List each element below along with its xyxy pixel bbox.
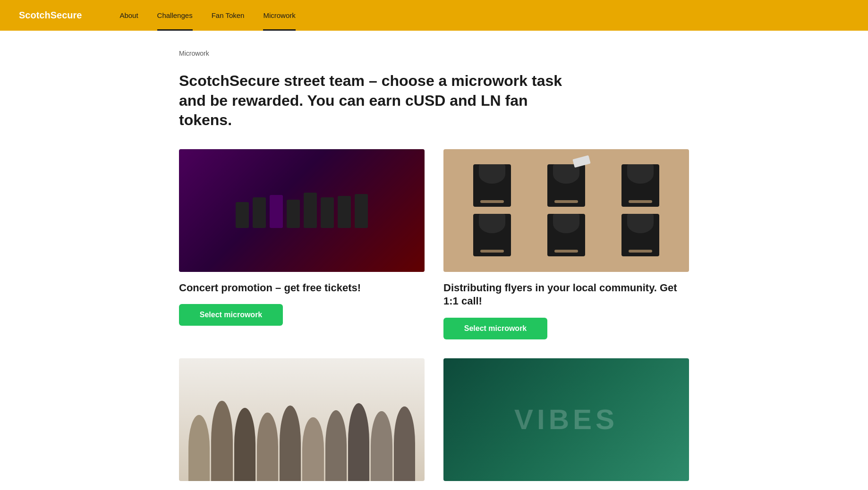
nav-item-challenges[interactable]: Challenges bbox=[148, 0, 202, 31]
card-vibes-image bbox=[443, 358, 689, 481]
cards-grid: Concert promotion – get free tickets! Se… bbox=[179, 149, 689, 490]
card-vibes: Social media promotion – share and tag u… bbox=[443, 358, 689, 490]
nav-item-fan-token[interactable]: Fan Token bbox=[202, 0, 254, 31]
card-audience: Attend a local event and report back Sel… bbox=[179, 358, 425, 490]
card-concert: Concert promotion – get free tickets! Se… bbox=[179, 149, 425, 339]
card-flyers-title: Distributing flyers in your local commun… bbox=[443, 281, 689, 308]
brand-logo[interactable]: ScotchSecure bbox=[19, 10, 82, 21]
main-content: Microwork ScotchSecure street team – cho… bbox=[151, 31, 717, 490]
card-concert-select-button[interactable]: Select microwork bbox=[179, 304, 283, 326]
card-flyers: Distributing flyers in your local commun… bbox=[443, 149, 689, 339]
nav-item-about[interactable]: About bbox=[110, 0, 147, 31]
main-nav: About Challenges Fan Token Microwork bbox=[110, 0, 305, 31]
card-audience-image bbox=[179, 358, 425, 481]
card-flyers-image bbox=[443, 149, 689, 272]
card-flyers-select-button[interactable]: Select microwork bbox=[443, 318, 547, 339]
nav-item-microwork[interactable]: Microwork bbox=[254, 0, 305, 31]
card-concert-title: Concert promotion – get free tickets! bbox=[179, 281, 425, 295]
breadcrumb: Microwork bbox=[179, 50, 689, 57]
page-title: ScotchSecure street team – choose a micr… bbox=[179, 71, 580, 130]
header: ScotchSecure About Challenges Fan Token … bbox=[0, 0, 868, 31]
card-concert-image bbox=[179, 149, 425, 272]
